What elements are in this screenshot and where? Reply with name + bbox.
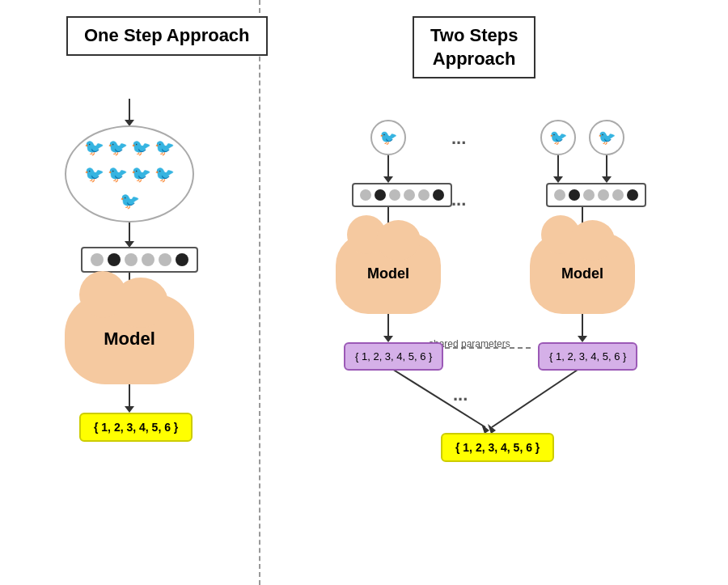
right-col1-output-label: { 1, 2, 3, 4, 5, 6 } bbox=[355, 350, 432, 362]
dot bbox=[569, 189, 580, 201]
divider bbox=[259, 0, 260, 585]
dot bbox=[418, 189, 430, 201]
dot bbox=[627, 189, 638, 201]
left-title-box: One Step Approach bbox=[66, 16, 268, 56]
right-bird-circle-3: 🐦 bbox=[540, 120, 576, 155]
dot bbox=[375, 189, 386, 201]
dot bbox=[91, 253, 104, 266]
bird-icon: 🐦 bbox=[154, 138, 175, 157]
ellipsis-dots: ... bbox=[451, 189, 466, 210]
dot bbox=[404, 189, 415, 201]
left-title: One Step Approach bbox=[84, 25, 250, 45]
bird-icon: 🐦 bbox=[120, 191, 140, 210]
bird-icon: 🐦 bbox=[108, 164, 128, 184]
svg-marker-19 bbox=[602, 176, 612, 183]
right-final-output-box: { 1, 2, 3, 4, 5, 6 } bbox=[441, 433, 554, 462]
dot bbox=[125, 253, 138, 266]
right-title-box: Two StepsApproach bbox=[413, 16, 535, 78]
dot bbox=[176, 253, 188, 266]
dot bbox=[142, 253, 154, 266]
bird-icon: 🐦 bbox=[131, 138, 151, 157]
right-col2-output-label: { 1, 2, 3, 4, 5, 6 } bbox=[549, 350, 626, 362]
bird-icon: 🐦 bbox=[598, 129, 616, 146]
right-col1-model-cloud: Model bbox=[336, 233, 441, 314]
svg-marker-9 bbox=[383, 176, 393, 183]
bird-icon: 🐦 bbox=[379, 129, 397, 146]
svg-line-14 bbox=[388, 367, 485, 427]
dot bbox=[554, 189, 565, 201]
bird-icon: 🐦 bbox=[108, 138, 128, 157]
bird-icon: 🐦 bbox=[131, 164, 151, 184]
right-bird-circle-4: 🐦 bbox=[589, 120, 624, 155]
ellipsis-outputs: ... bbox=[453, 384, 468, 405]
svg-marker-17 bbox=[553, 176, 563, 183]
dot bbox=[360, 189, 371, 201]
right-col2-output-box: { 1, 2, 3, 4, 5, 6 } bbox=[538, 342, 637, 371]
right-col2-dot-box bbox=[546, 183, 646, 207]
left-model-label: Model bbox=[104, 329, 155, 350]
right-col1-model-label: Model bbox=[367, 265, 409, 282]
svg-line-24 bbox=[492, 367, 582, 427]
dot bbox=[433, 189, 444, 201]
bird-icon: 🐦 bbox=[549, 129, 567, 146]
dot bbox=[583, 189, 595, 201]
left-output-label: { 1, 2, 3, 4, 5, 6 } bbox=[94, 421, 178, 434]
left-output-box: { 1, 2, 3, 4, 5, 6 } bbox=[79, 413, 193, 442]
svg-marker-13 bbox=[383, 336, 393, 342]
svg-marker-23 bbox=[578, 336, 587, 342]
left-model-cloud: Model bbox=[65, 294, 194, 384]
bird-icon: 🐦 bbox=[84, 138, 104, 157]
left-dot-box bbox=[81, 247, 198, 273]
ellipsis-birds: ... bbox=[451, 128, 466, 149]
bird-icon: 🐦 bbox=[84, 164, 104, 184]
right-final-output-label: { 1, 2, 3, 4, 5, 6 } bbox=[455, 441, 540, 454]
svg-marker-7 bbox=[125, 406, 134, 413]
dot bbox=[159, 253, 171, 266]
dot bbox=[389, 189, 400, 201]
bird-oval: 🐦 🐦 🐦 🐦 🐦 🐦 🐦 🐦 🐦 bbox=[65, 125, 194, 223]
right-title: Two StepsApproach bbox=[430, 25, 518, 69]
dot bbox=[108, 253, 121, 266]
right-col1-output-box: { 1, 2, 3, 4, 5, 6 } bbox=[344, 342, 443, 371]
right-col1-dot-box bbox=[352, 183, 452, 207]
bird-icon: 🐦 bbox=[154, 164, 175, 184]
right-col2-model-label: Model bbox=[561, 265, 603, 282]
dot bbox=[598, 189, 609, 201]
dot bbox=[612, 189, 624, 201]
right-col2-model-cloud: Model bbox=[530, 233, 635, 314]
right-bird-circle-1: 🐦 bbox=[370, 120, 406, 155]
